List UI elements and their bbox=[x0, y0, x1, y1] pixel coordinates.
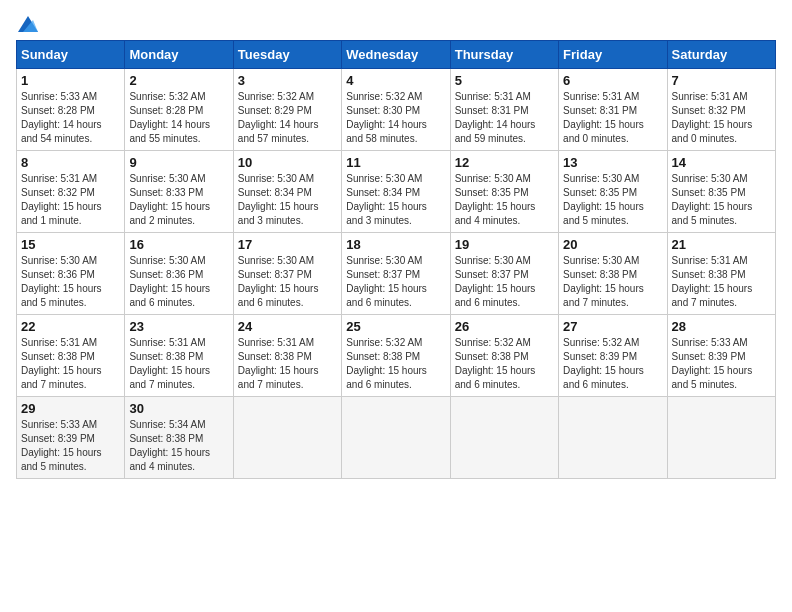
day-number: 25 bbox=[346, 319, 445, 334]
calendar-cell: 4Sunrise: 5:32 AM Sunset: 8:30 PM Daylig… bbox=[342, 69, 450, 151]
day-info: Sunrise: 5:32 AM Sunset: 8:28 PM Dayligh… bbox=[129, 90, 228, 146]
calendar-cell: 13Sunrise: 5:30 AM Sunset: 8:35 PM Dayli… bbox=[559, 151, 667, 233]
day-number: 26 bbox=[455, 319, 554, 334]
calendar-cell: 7Sunrise: 5:31 AM Sunset: 8:32 PM Daylig… bbox=[667, 69, 775, 151]
page-header bbox=[16, 16, 776, 32]
calendar-cell: 19Sunrise: 5:30 AM Sunset: 8:37 PM Dayli… bbox=[450, 233, 558, 315]
day-info: Sunrise: 5:32 AM Sunset: 8:39 PM Dayligh… bbox=[563, 336, 662, 392]
day-info: Sunrise: 5:31 AM Sunset: 8:38 PM Dayligh… bbox=[21, 336, 120, 392]
day-info: Sunrise: 5:31 AM Sunset: 8:38 PM Dayligh… bbox=[129, 336, 228, 392]
day-info: Sunrise: 5:31 AM Sunset: 8:32 PM Dayligh… bbox=[672, 90, 771, 146]
calendar-cell: 27Sunrise: 5:32 AM Sunset: 8:39 PM Dayli… bbox=[559, 315, 667, 397]
day-number: 6 bbox=[563, 73, 662, 88]
calendar-cell bbox=[667, 397, 775, 479]
day-info: Sunrise: 5:30 AM Sunset: 8:36 PM Dayligh… bbox=[129, 254, 228, 310]
day-number: 9 bbox=[129, 155, 228, 170]
calendar-cell: 12Sunrise: 5:30 AM Sunset: 8:35 PM Dayli… bbox=[450, 151, 558, 233]
calendar-cell: 3Sunrise: 5:32 AM Sunset: 8:29 PM Daylig… bbox=[233, 69, 341, 151]
calendar-cell: 15Sunrise: 5:30 AM Sunset: 8:36 PM Dayli… bbox=[17, 233, 125, 315]
day-info: Sunrise: 5:30 AM Sunset: 8:36 PM Dayligh… bbox=[21, 254, 120, 310]
day-info: Sunrise: 5:33 AM Sunset: 8:39 PM Dayligh… bbox=[21, 418, 120, 474]
calendar-cell: 11Sunrise: 5:30 AM Sunset: 8:34 PM Dayli… bbox=[342, 151, 450, 233]
calendar-cell: 8Sunrise: 5:31 AM Sunset: 8:32 PM Daylig… bbox=[17, 151, 125, 233]
calendar-cell: 9Sunrise: 5:30 AM Sunset: 8:33 PM Daylig… bbox=[125, 151, 233, 233]
day-number: 12 bbox=[455, 155, 554, 170]
day-number: 23 bbox=[129, 319, 228, 334]
calendar-table: SundayMondayTuesdayWednesdayThursdayFrid… bbox=[16, 40, 776, 479]
calendar-cell bbox=[450, 397, 558, 479]
day-number: 22 bbox=[21, 319, 120, 334]
day-info: Sunrise: 5:32 AM Sunset: 8:38 PM Dayligh… bbox=[346, 336, 445, 392]
day-info: Sunrise: 5:33 AM Sunset: 8:39 PM Dayligh… bbox=[672, 336, 771, 392]
calendar-week-row: 29Sunrise: 5:33 AM Sunset: 8:39 PM Dayli… bbox=[17, 397, 776, 479]
calendar-cell: 18Sunrise: 5:30 AM Sunset: 8:37 PM Dayli… bbox=[342, 233, 450, 315]
day-number: 29 bbox=[21, 401, 120, 416]
calendar-cell: 26Sunrise: 5:32 AM Sunset: 8:38 PM Dayli… bbox=[450, 315, 558, 397]
day-of-week-header: Tuesday bbox=[233, 41, 341, 69]
day-number: 21 bbox=[672, 237, 771, 252]
day-info: Sunrise: 5:31 AM Sunset: 8:31 PM Dayligh… bbox=[455, 90, 554, 146]
day-info: Sunrise: 5:31 AM Sunset: 8:38 PM Dayligh… bbox=[238, 336, 337, 392]
day-info: Sunrise: 5:32 AM Sunset: 8:30 PM Dayligh… bbox=[346, 90, 445, 146]
calendar-cell: 6Sunrise: 5:31 AM Sunset: 8:31 PM Daylig… bbox=[559, 69, 667, 151]
day-number: 18 bbox=[346, 237, 445, 252]
day-number: 17 bbox=[238, 237, 337, 252]
calendar-cell: 17Sunrise: 5:30 AM Sunset: 8:37 PM Dayli… bbox=[233, 233, 341, 315]
day-number: 13 bbox=[563, 155, 662, 170]
day-number: 4 bbox=[346, 73, 445, 88]
day-number: 7 bbox=[672, 73, 771, 88]
calendar-body: 1Sunrise: 5:33 AM Sunset: 8:28 PM Daylig… bbox=[17, 69, 776, 479]
day-number: 28 bbox=[672, 319, 771, 334]
calendar-cell: 24Sunrise: 5:31 AM Sunset: 8:38 PM Dayli… bbox=[233, 315, 341, 397]
calendar-cell bbox=[342, 397, 450, 479]
day-of-week-header: Wednesday bbox=[342, 41, 450, 69]
day-number: 3 bbox=[238, 73, 337, 88]
calendar-cell: 10Sunrise: 5:30 AM Sunset: 8:34 PM Dayli… bbox=[233, 151, 341, 233]
day-info: Sunrise: 5:30 AM Sunset: 8:35 PM Dayligh… bbox=[563, 172, 662, 228]
day-info: Sunrise: 5:33 AM Sunset: 8:28 PM Dayligh… bbox=[21, 90, 120, 146]
calendar-cell: 20Sunrise: 5:30 AM Sunset: 8:38 PM Dayli… bbox=[559, 233, 667, 315]
day-info: Sunrise: 5:30 AM Sunset: 8:34 PM Dayligh… bbox=[238, 172, 337, 228]
calendar-week-row: 22Sunrise: 5:31 AM Sunset: 8:38 PM Dayli… bbox=[17, 315, 776, 397]
day-number: 15 bbox=[21, 237, 120, 252]
calendar-week-row: 15Sunrise: 5:30 AM Sunset: 8:36 PM Dayli… bbox=[17, 233, 776, 315]
calendar-week-row: 1Sunrise: 5:33 AM Sunset: 8:28 PM Daylig… bbox=[17, 69, 776, 151]
day-of-week-header: Saturday bbox=[667, 41, 775, 69]
day-info: Sunrise: 5:32 AM Sunset: 8:29 PM Dayligh… bbox=[238, 90, 337, 146]
calendar-cell: 28Sunrise: 5:33 AM Sunset: 8:39 PM Dayli… bbox=[667, 315, 775, 397]
calendar-week-row: 8Sunrise: 5:31 AM Sunset: 8:32 PM Daylig… bbox=[17, 151, 776, 233]
calendar-header: SundayMondayTuesdayWednesdayThursdayFrid… bbox=[17, 41, 776, 69]
day-info: Sunrise: 5:30 AM Sunset: 8:38 PM Dayligh… bbox=[563, 254, 662, 310]
calendar-cell: 16Sunrise: 5:30 AM Sunset: 8:36 PM Dayli… bbox=[125, 233, 233, 315]
day-number: 30 bbox=[129, 401, 228, 416]
day-number: 1 bbox=[21, 73, 120, 88]
day-number: 19 bbox=[455, 237, 554, 252]
day-info: Sunrise: 5:30 AM Sunset: 8:34 PM Dayligh… bbox=[346, 172, 445, 228]
calendar-cell: 2Sunrise: 5:32 AM Sunset: 8:28 PM Daylig… bbox=[125, 69, 233, 151]
day-number: 5 bbox=[455, 73, 554, 88]
day-of-week-header: Thursday bbox=[450, 41, 558, 69]
day-info: Sunrise: 5:30 AM Sunset: 8:35 PM Dayligh… bbox=[672, 172, 771, 228]
day-number: 27 bbox=[563, 319, 662, 334]
day-number: 11 bbox=[346, 155, 445, 170]
day-number: 2 bbox=[129, 73, 228, 88]
day-number: 24 bbox=[238, 319, 337, 334]
calendar-cell: 30Sunrise: 5:34 AM Sunset: 8:38 PM Dayli… bbox=[125, 397, 233, 479]
day-info: Sunrise: 5:31 AM Sunset: 8:32 PM Dayligh… bbox=[21, 172, 120, 228]
calendar-cell: 21Sunrise: 5:31 AM Sunset: 8:38 PM Dayli… bbox=[667, 233, 775, 315]
calendar-cell: 29Sunrise: 5:33 AM Sunset: 8:39 PM Dayli… bbox=[17, 397, 125, 479]
logo bbox=[16, 16, 40, 32]
day-info: Sunrise: 5:31 AM Sunset: 8:38 PM Dayligh… bbox=[672, 254, 771, 310]
calendar-cell: 23Sunrise: 5:31 AM Sunset: 8:38 PM Dayli… bbox=[125, 315, 233, 397]
calendar-cell bbox=[233, 397, 341, 479]
calendar-cell: 1Sunrise: 5:33 AM Sunset: 8:28 PM Daylig… bbox=[17, 69, 125, 151]
day-info: Sunrise: 5:34 AM Sunset: 8:38 PM Dayligh… bbox=[129, 418, 228, 474]
day-number: 10 bbox=[238, 155, 337, 170]
calendar-cell: 14Sunrise: 5:30 AM Sunset: 8:35 PM Dayli… bbox=[667, 151, 775, 233]
day-of-week-header: Monday bbox=[125, 41, 233, 69]
day-info: Sunrise: 5:32 AM Sunset: 8:38 PM Dayligh… bbox=[455, 336, 554, 392]
header-row: SundayMondayTuesdayWednesdayThursdayFrid… bbox=[17, 41, 776, 69]
day-number: 16 bbox=[129, 237, 228, 252]
day-info: Sunrise: 5:30 AM Sunset: 8:37 PM Dayligh… bbox=[455, 254, 554, 310]
day-number: 14 bbox=[672, 155, 771, 170]
